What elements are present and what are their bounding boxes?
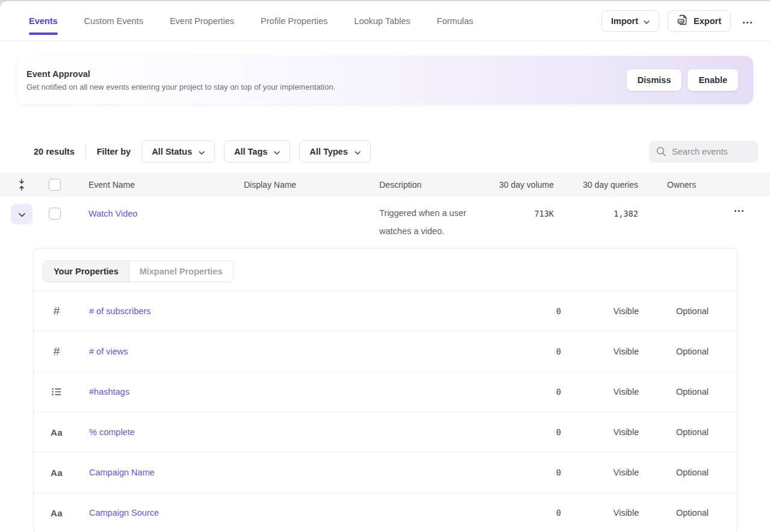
column-display-name: Display Name: [244, 180, 379, 190]
row-menu-button[interactable]: [722, 210, 770, 212]
search-icon: [656, 146, 666, 156]
property-requirement: Optional: [662, 306, 722, 316]
tab-your-properties[interactable]: Your Properties: [43, 261, 129, 282]
status-filter-dropdown[interactable]: All Status: [141, 140, 215, 162]
property-visibility: Visible: [590, 427, 662, 437]
column-30-day-volume: 30 day volume: [494, 180, 554, 190]
column-30-day-queries: 30 day queries: [554, 180, 638, 190]
csv-file-icon: csv: [677, 14, 688, 27]
tab-event-properties[interactable]: Event Properties: [170, 1, 234, 40]
import-button[interactable]: Import: [601, 10, 659, 32]
tab-custom-events[interactable]: Custom Events: [84, 1, 143, 40]
property-value: 0: [525, 427, 561, 437]
svg-text:csv: csv: [679, 20, 684, 23]
property-visibility: Visible: [590, 468, 662, 477]
properties-list: # # of subscribers 0 Visible Optional # …: [34, 291, 737, 532]
import-label: Import: [611, 16, 638, 26]
select-all-checkbox[interactable]: [49, 179, 61, 191]
property-row: #hashtags 0 Visible Optional: [34, 372, 737, 412]
tab-events[interactable]: Events: [29, 1, 58, 40]
chevron-down-icon: [355, 147, 361, 156]
property-name-link[interactable]: # of subscribers: [89, 306, 151, 316]
event-row-watch-video: Watch Video Triggered when a user watche…: [0, 197, 770, 243]
types-filter-label: All Types: [309, 147, 347, 156]
filter-by-label: Filter by: [97, 147, 131, 156]
column-description: Description: [379, 180, 494, 190]
status-filter-label: All Status: [152, 147, 192, 156]
export-label: Export: [694, 16, 721, 26]
property-row: Aa Campaign Name 0 Visible Optional: [34, 453, 737, 493]
lexicon-app: Events Custom Events Event Properties Pr…: [0, 1, 770, 532]
chevron-down-icon: [644, 16, 650, 26]
results-count: 20 results: [34, 147, 75, 156]
property-value: 0: [525, 306, 561, 316]
property-name-link[interactable]: % complete: [89, 427, 135, 437]
property-value: 0: [525, 347, 561, 356]
event-30-day-volume: 713K: [494, 208, 554, 220]
property-requirement: Optional: [662, 427, 722, 437]
property-requirement: Optional: [662, 347, 722, 356]
tab-mixpanel-properties[interactable]: Mixpanel Properties: [129, 261, 233, 282]
tab-formulas[interactable]: Formulas: [437, 1, 473, 40]
property-value: 0: [525, 468, 561, 477]
header-actions: Import csv Export: [601, 10, 756, 32]
event-properties-panel: Your Properties Mixpanel Properties # # …: [33, 248, 737, 532]
nav-tabs: Events Custom Events Event Properties Pr…: [29, 1, 473, 40]
property-row: # # of views 0 Visible Optional: [34, 332, 737, 372]
number-type-icon: #: [51, 345, 63, 358]
property-requirement: Optional: [662, 468, 722, 477]
event-description: Triggered when a user watches a video.: [379, 205, 494, 240]
dismiss-button[interactable]: Dismiss: [627, 69, 682, 91]
property-requirement: Optional: [662, 387, 722, 397]
vertical-divider: [85, 144, 86, 158]
export-button[interactable]: csv Export: [668, 10, 731, 32]
event-name-link[interactable]: Watch Video: [88, 208, 244, 220]
property-name-link[interactable]: # of views: [89, 347, 128, 356]
tags-filter-dropdown[interactable]: All Tags: [224, 140, 290, 162]
banner-title: Event Approval: [26, 69, 335, 79]
tab-profile-properties[interactable]: Profile Properties: [261, 1, 328, 40]
property-requirement: Optional: [662, 508, 722, 518]
property-visibility: Visible: [590, 387, 662, 397]
column-owners: Owners: [667, 180, 722, 190]
event-approval-banner: Event Approval Get notified on all new e…: [17, 56, 753, 104]
types-filter-dropdown[interactable]: All Types: [299, 140, 370, 162]
enable-button[interactable]: Enable: [688, 69, 738, 91]
property-name-link[interactable]: #hashtags: [89, 387, 129, 397]
ellipsis-icon: [734, 210, 744, 212]
text-type-icon: Aa: [51, 468, 63, 478]
tags-filter-label: All Tags: [234, 147, 267, 156]
more-menu-button[interactable]: [739, 11, 756, 30]
banner-description: Get notified on all new events entering …: [26, 82, 335, 91]
properties-tab-group: Your Properties Mixpanel Properties: [34, 249, 737, 291]
row-checkbox[interactable]: [49, 208, 61, 220]
property-value: 0: [525, 508, 561, 518]
collapse-row-button[interactable]: [11, 204, 33, 224]
text-type-icon: Aa: [51, 427, 63, 438]
chevron-down-icon: [19, 210, 25, 219]
property-name-link[interactable]: Campaign Name: [89, 468, 155, 477]
event-30-day-queries: 1,382: [554, 208, 638, 220]
tab-lookup-tables[interactable]: Lookup Tables: [354, 1, 410, 40]
property-visibility: Visible: [590, 508, 662, 518]
chevron-down-icon: [274, 147, 280, 156]
banner-actions: Dismiss Enable: [627, 69, 738, 91]
collapse-rows-icon[interactable]: [11, 178, 33, 191]
property-visibility: Visible: [590, 347, 662, 356]
filter-bar: 20 results Filter by All Status All Tags…: [34, 140, 758, 162]
property-row: # # of subscribers 0 Visible Optional: [34, 291, 737, 332]
column-event-name: Event Name: [88, 180, 244, 190]
text-type-icon: Aa: [51, 508, 63, 518]
number-type-icon: #: [51, 305, 63, 318]
property-name-link[interactable]: Campaign Source: [89, 508, 159, 518]
top-nav: Events Custom Events Event Properties Pr…: [0, 1, 770, 41]
chevron-down-icon: [199, 147, 205, 156]
table-header-row: Event Name Display Name Description 30 d…: [0, 173, 770, 197]
search-box: [649, 141, 758, 162]
property-row: Aa Campaign Source 0 Visible Optional: [34, 493, 737, 532]
property-row: Aa % complete 0 Visible Optional: [34, 412, 737, 453]
ellipsis-icon: [743, 22, 752, 23]
property-value: 0: [525, 387, 561, 397]
list-type-icon: [51, 388, 63, 396]
property-visibility: Visible: [590, 306, 662, 316]
